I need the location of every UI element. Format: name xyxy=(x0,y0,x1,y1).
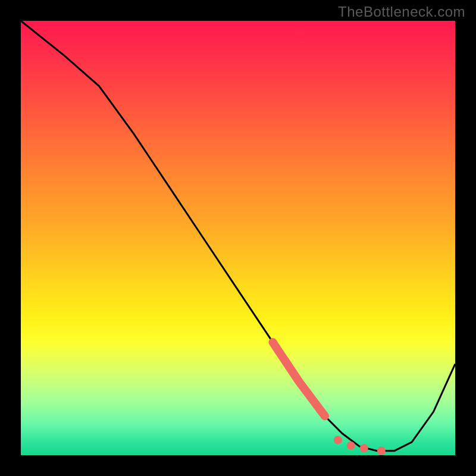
marker-thick-segment xyxy=(273,342,325,416)
chart-frame: TheBottleneck.com xyxy=(0,0,476,476)
marker-dot xyxy=(334,436,342,444)
watermark-text: TheBottleneck.com xyxy=(338,4,465,20)
marker-dot xyxy=(347,441,355,450)
bottleneck-curve xyxy=(21,21,455,451)
marker-dot xyxy=(377,447,386,455)
curve-svg xyxy=(21,21,455,455)
marker-dot xyxy=(360,444,368,452)
plot-area xyxy=(21,21,455,455)
